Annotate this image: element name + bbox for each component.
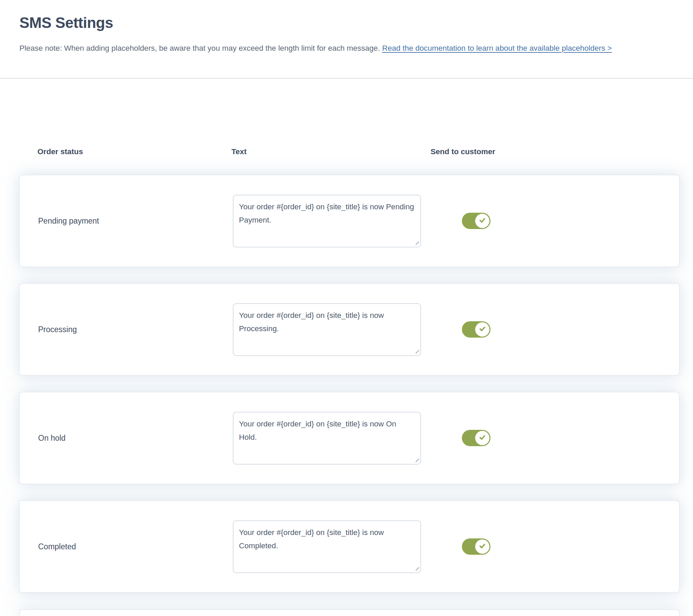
order-status-label: Pending payment <box>38 216 233 226</box>
message-field-wrap: Your order #{order_id} on {site_title} i… <box>233 520 421 573</box>
placeholder-note: Please note: When adding placeholders, b… <box>19 42 669 55</box>
toggle-knob <box>475 214 489 228</box>
documentation-link[interactable]: Read the documentation to learn about th… <box>382 44 612 52</box>
section-divider <box>0 78 693 79</box>
settings-table: Order status Text Send to customer Pendi… <box>0 147 693 593</box>
message-textarea[interactable]: Your order #{order_id} on {site_title} i… <box>233 520 421 573</box>
check-icon <box>479 542 486 551</box>
toggle-knob <box>475 539 489 554</box>
message-field-wrap: Your order #{order_id} on {site_title} i… <box>233 303 421 356</box>
send-to-customer-toggle[interactable] <box>462 321 490 338</box>
message-textarea[interactable]: Your order #{order_id} on {site_title} i… <box>233 195 421 247</box>
page-title: SMS Settings <box>19 14 669 31</box>
header-send-to-customer: Send to customer <box>431 147 495 156</box>
table-row: Processing Your order #{order_id} on {si… <box>19 283 680 376</box>
message-field-wrap: Your order #{order_id} on {site_title} i… <box>233 412 421 465</box>
send-to-customer-toggle[interactable] <box>462 430 490 446</box>
page-header: SMS Settings Please note: When adding pl… <box>0 0 693 55</box>
order-status-label: Processing <box>38 325 233 334</box>
message-field-wrap: Your order #{order_id} on {site_title} i… <box>233 195 421 247</box>
check-icon <box>479 434 486 442</box>
header-text: Text <box>231 147 431 156</box>
check-icon <box>479 325 486 334</box>
message-textarea[interactable]: Your order #{order_id} on {site_title} i… <box>233 303 421 356</box>
order-status-label: On hold <box>38 434 233 443</box>
send-to-customer-toggle[interactable] <box>462 538 490 555</box>
header-order-status: Order status <box>37 147 231 156</box>
send-to-customer-toggle[interactable] <box>462 213 490 229</box>
table-row: On hold Your order #{order_id} on {site_… <box>19 392 680 484</box>
toggle-knob <box>475 431 489 445</box>
table-row: Pending payment Your order #{order_id} o… <box>19 175 680 267</box>
table-row-partial <box>19 609 680 616</box>
sms-settings-page: SMS Settings Please note: When adding pl… <box>0 0 693 616</box>
order-status-label: Completed <box>38 542 233 551</box>
message-textarea[interactable]: Your order #{order_id} on {site_title} i… <box>233 412 421 465</box>
toggle-knob <box>475 322 489 337</box>
check-icon <box>479 216 486 225</box>
column-headers: Order status Text Send to customer <box>37 147 693 156</box>
note-text: Please note: When adding placeholders, b… <box>19 44 382 52</box>
table-row: Completed Your order #{order_id} on {sit… <box>19 500 680 593</box>
